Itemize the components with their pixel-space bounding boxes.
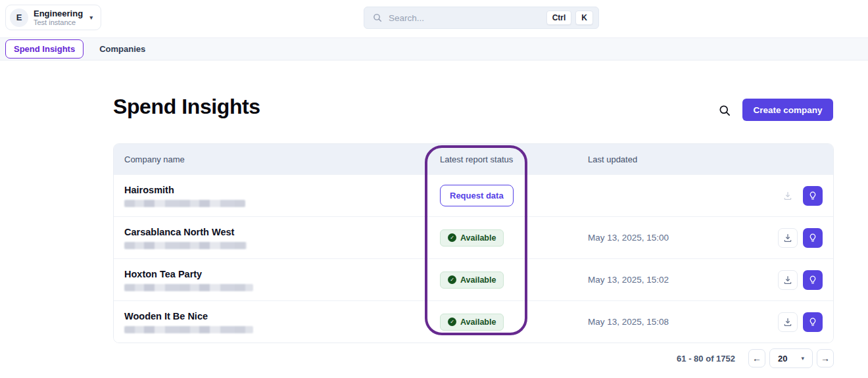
search-placeholder: Search... [389, 13, 542, 23]
org-name: Engineering [34, 9, 83, 18]
download-button [778, 186, 798, 206]
table-row: Hoxton Tea Party ✓ Available May 13, 202… [114, 258, 833, 300]
row-actions [771, 186, 833, 206]
column-header-company-name: Company name [114, 154, 440, 164]
company-cell: Wooden It Be Nice [114, 311, 440, 333]
org-subtitle: Test instance [34, 18, 83, 27]
main-nav: Spend Insights Companies [0, 37, 868, 60]
status-badge: ✓ Available [440, 314, 504, 331]
download-icon [783, 233, 793, 243]
download-button[interactable] [778, 228, 798, 248]
status-label: Available [460, 275, 496, 285]
lightbulb-icon [808, 275, 818, 285]
table-row: Hairosmith Request data [114, 174, 833, 216]
row-actions [771, 312, 833, 332]
page-size-select[interactable]: 20 ▾ [769, 348, 813, 368]
previous-page-button[interactable]: ← [748, 349, 765, 367]
tab-companies[interactable]: Companies [91, 40, 153, 58]
page-title: Spend Insights [113, 95, 260, 119]
redacted-address [124, 326, 253, 333]
company-cell: Carsablanca North West [114, 227, 440, 249]
global-search-input[interactable]: Search... Ctrl K [364, 7, 599, 29]
company-cell: Hoxton Tea Party [114, 269, 440, 291]
check-icon: ✓ [448, 275, 456, 284]
status-cell: ✓ Available [440, 272, 588, 289]
org-text: Engineering Test instance [34, 9, 83, 27]
status-label: Available [460, 233, 496, 243]
table-row: Wooden It Be Nice ✓ Available May 13, 20… [114, 300, 833, 343]
status-label: Available [460, 318, 496, 327]
status-cell: Request data [440, 185, 588, 206]
status-cell: ✓ Available [440, 314, 588, 331]
lightbulb-icon [808, 233, 818, 243]
top-bar: E Engineering Test instance ▾ Search... … [0, 0, 868, 37]
last-updated: May 13, 2025, 15:08 [588, 317, 771, 327]
row-actions [771, 270, 833, 290]
tab-spend-insights[interactable]: Spend Insights [5, 39, 84, 59]
request-data-button[interactable]: Request data [440, 185, 514, 206]
download-button[interactable] [778, 270, 798, 290]
spend-insights-app: E Engineering Test instance ▾ Search... … [0, 0, 868, 378]
status-cell: ✓ Available [440, 229, 588, 247]
pagination-range: 61 - 80 of 1752 [677, 354, 735, 364]
insights-button[interactable] [803, 186, 823, 206]
company-name: Hairosmith [124, 185, 440, 196]
company-name: Carsablanca North West [124, 227, 440, 238]
status-badge: ✓ Available [440, 272, 504, 289]
chevron-down-icon: ▾ [89, 14, 93, 21]
table-header-row: Company name Latest report status Last u… [114, 144, 833, 174]
create-company-button[interactable]: Create company [742, 99, 833, 121]
row-actions [771, 228, 833, 248]
table-row: Carsablanca North West ✓ Available May 1… [114, 216, 833, 258]
download-icon [783, 317, 793, 327]
shortcut-key-k: K [575, 11, 593, 25]
company-cell: Hairosmith [114, 185, 440, 207]
company-name: Hoxton Tea Party [124, 269, 440, 280]
org-switcher[interactable]: E Engineering Test instance ▾ [5, 5, 101, 30]
companies-table: Company name Latest report status Last u… [113, 143, 834, 343]
insights-button[interactable] [803, 270, 823, 290]
next-page-button[interactable]: → [817, 349, 834, 367]
column-header-report-status: Latest report status [440, 154, 588, 164]
last-updated: May 13, 2025, 15:02 [588, 275, 771, 285]
insights-button[interactable] [803, 228, 823, 248]
column-header-last-updated: Last updated [588, 154, 771, 164]
pagination: 61 - 80 of 1752 ← 20 ▾ → [0, 348, 834, 368]
status-badge: ✓ Available [440, 229, 504, 247]
check-icon: ✓ [448, 318, 456, 326]
redacted-address [124, 200, 245, 207]
lightbulb-icon [808, 191, 818, 201]
shortcut-key-ctrl: Ctrl [546, 11, 572, 25]
download-icon [783, 191, 793, 201]
company-name: Wooden It Be Nice [124, 311, 440, 322]
chevron-down-icon: ▾ [801, 355, 804, 362]
org-initial: E [16, 12, 22, 22]
download-button[interactable] [778, 312, 798, 332]
redacted-address [124, 242, 247, 249]
org-avatar: E [10, 9, 28, 27]
lightbulb-icon [808, 317, 818, 327]
page-size-value: 20 [778, 354, 787, 364]
search-icon [372, 12, 383, 23]
table-search-icon[interactable] [718, 104, 731, 117]
insights-button[interactable] [803, 312, 823, 332]
check-icon: ✓ [448, 233, 456, 242]
redacted-address [124, 284, 253, 291]
last-updated: May 13, 2025, 15:00 [588, 233, 771, 243]
download-icon [783, 275, 793, 285]
